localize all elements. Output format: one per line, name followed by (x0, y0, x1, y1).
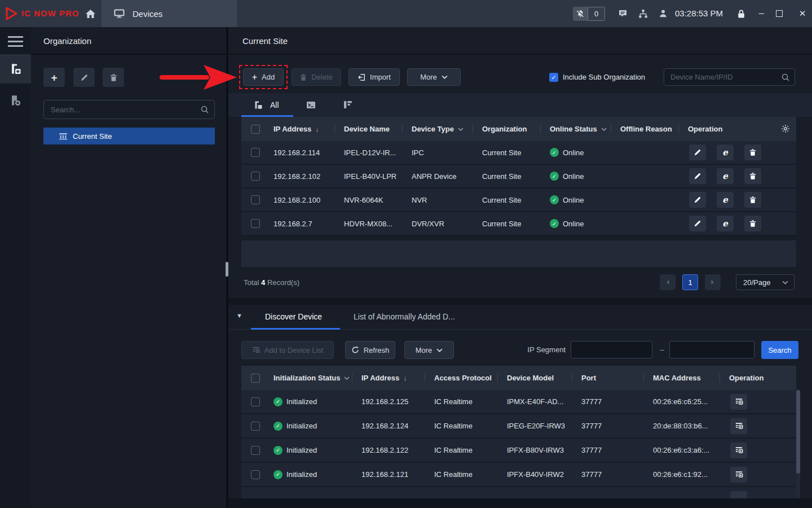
tree-item-current-site[interactable]: Current Site (43, 128, 215, 144)
org-delete-button[interactable] (103, 68, 124, 87)
table-row[interactable]: 192.168.2.102 IPEL-B40V-LPR ANPR Device … (241, 165, 796, 189)
page-size-select[interactable]: 20/Page (736, 274, 795, 290)
refresh-button[interactable]: Refresh (345, 341, 395, 359)
row-checkbox[interactable] (251, 397, 260, 406)
annotation-arrow (160, 63, 237, 91)
row-checkbox[interactable] (251, 446, 260, 455)
close-button[interactable]: ✕ (795, 0, 810, 27)
tab-all-devices[interactable]: All (254, 93, 279, 117)
row-checkbox[interactable] (251, 172, 260, 181)
lock-icon[interactable] (734, 0, 748, 27)
edit-device-button[interactable] (689, 144, 706, 160)
tab-devices[interactable]: Devices (102, 0, 237, 27)
collapse-icon[interactable]: ▼ (236, 312, 242, 319)
col-operation: Operation (729, 374, 764, 382)
search-button[interactable]: Search (761, 341, 798, 359)
sort-icon[interactable]: ↓ (403, 374, 407, 382)
open-device-web-button[interactable]: e (717, 216, 734, 231)
tab-encoder[interactable] (306, 100, 316, 110)
delete-device-button[interactable]: Delete (292, 68, 341, 86)
row-checkbox[interactable] (251, 148, 260, 157)
row-checkbox[interactable] (251, 219, 260, 228)
table-row[interactable]: 192.168.2.114 IPEL-D12V-IR... IPC Curren… (241, 141, 796, 165)
add-device-to-list-button[interactable] (730, 467, 747, 483)
prev-page-button[interactable] (660, 274, 676, 290)
sort-icon[interactable]: ↓ (315, 125, 319, 133)
delete-device-button[interactable] (744, 192, 761, 208)
notification-control[interactable]: 0 (573, 7, 605, 21)
organization-title: Organization (43, 27, 91, 55)
user-icon[interactable] (656, 0, 670, 27)
browser-icon: e (722, 172, 728, 181)
tab-access-control[interactable] (342, 100, 352, 110)
row-checkbox[interactable] (251, 422, 260, 431)
add-device-to-list-button[interactable] (730, 394, 747, 410)
device-search-box (664, 68, 795, 86)
table-row[interactable]: 192.168.2.100 NVR-6064K NVR Current Site… (241, 189, 796, 212)
rail-item-device-config[interactable] (0, 86, 31, 115)
initialized-icon: ✓ (273, 397, 283, 406)
row-checkbox[interactable] (251, 470, 260, 479)
initialized-icon: ✓ (273, 446, 283, 455)
filter-icon[interactable] (601, 128, 607, 131)
terminal-icon (306, 100, 316, 110)
row-checkbox[interactable] (251, 195, 260, 204)
edit-device-button[interactable] (689, 192, 706, 208)
search-icon (781, 73, 790, 82)
delete-device-button[interactable] (744, 216, 761, 231)
tab-discover-device[interactable]: Discover Device (265, 305, 322, 330)
ip-segment-start-input[interactable] (571, 341, 652, 358)
page-size-value: 20/Page (743, 278, 770, 287)
add-device-button[interactable]: + Add (243, 68, 284, 86)
select-all-checkbox[interactable] (251, 125, 260, 134)
tree-item-label: Current Site (73, 132, 112, 141)
edit-device-button[interactable] (689, 168, 706, 184)
minimize-button[interactable]: ─ (754, 0, 768, 27)
open-device-web-button[interactable]: e (717, 192, 734, 208)
table-row[interactable]: 192.168.2.7 HDVR-MX08... DVR/XVR Current… (241, 212, 796, 236)
open-device-web-button[interactable]: e (717, 168, 734, 184)
org-search-box (43, 100, 215, 119)
device-type: IPC (402, 141, 473, 164)
current-page[interactable]: 1 (682, 274, 698, 290)
rail-item-device-add[interactable] (0, 54, 31, 84)
table-row[interactable] (241, 487, 796, 498)
org-add-button[interactable]: + (43, 68, 65, 87)
maximize-button[interactable] (776, 10, 783, 17)
filter-icon[interactable] (344, 376, 350, 380)
more-dropdown[interactable]: More (407, 68, 461, 86)
ip-segment-end-input[interactable] (670, 341, 754, 358)
scrollbar-thumb[interactable] (796, 390, 800, 474)
org-edit-button[interactable] (73, 68, 95, 87)
open-device-web-button[interactable]: e (717, 144, 734, 160)
import-button[interactable]: Import (348, 68, 400, 86)
add-device-to-list-button[interactable] (730, 491, 747, 499)
table-row[interactable]: ✓Initialized 192.168.2.121 IC Realtime I… (241, 463, 796, 487)
include-sub-org-checkbox[interactable]: ✓ (549, 73, 558, 82)
device-ip: 192.168.2.121 (352, 463, 425, 486)
trash-icon (749, 172, 756, 180)
delete-device-button[interactable] (744, 144, 761, 160)
delete-device-button[interactable] (744, 168, 761, 184)
message-icon[interactable] (616, 0, 629, 27)
filter-icon[interactable] (458, 128, 464, 131)
edit-device-button[interactable] (689, 216, 706, 231)
discover-table-header: Initialization Status IP Address↓ Access… (241, 366, 796, 390)
add-device-to-list-button[interactable] (730, 418, 747, 434)
column-settings-gear-icon[interactable] (781, 124, 790, 133)
org-search-input[interactable] (44, 100, 214, 119)
table-row[interactable]: ✓Initialized 192.168.2.125 IC Realtime I… (241, 390, 796, 414)
more-dropdown[interactable]: More (404, 341, 454, 359)
sitemap-icon[interactable] (636, 0, 650, 27)
pencil-icon (694, 148, 701, 156)
next-page-button[interactable] (705, 274, 721, 290)
select-all-checkbox[interactable] (251, 374, 260, 383)
table-row[interactable]: ✓Initialized 192.168.2.124 IC Realtime I… (241, 414, 796, 439)
add-to-device-list-button[interactable]: Add to Device List (241, 341, 334, 359)
tab-abnormal-devices[interactable]: List of Abnormally Added D... (354, 305, 455, 330)
device-search-input[interactable] (664, 69, 795, 85)
home-icon[interactable] (79, 0, 102, 27)
menu-icon[interactable] (8, 36, 23, 50)
table-row[interactable]: ✓Initialized 192.168.2.122 IC Realtime I… (241, 439, 796, 463)
add-device-to-list-button[interactable] (730, 443, 747, 458)
